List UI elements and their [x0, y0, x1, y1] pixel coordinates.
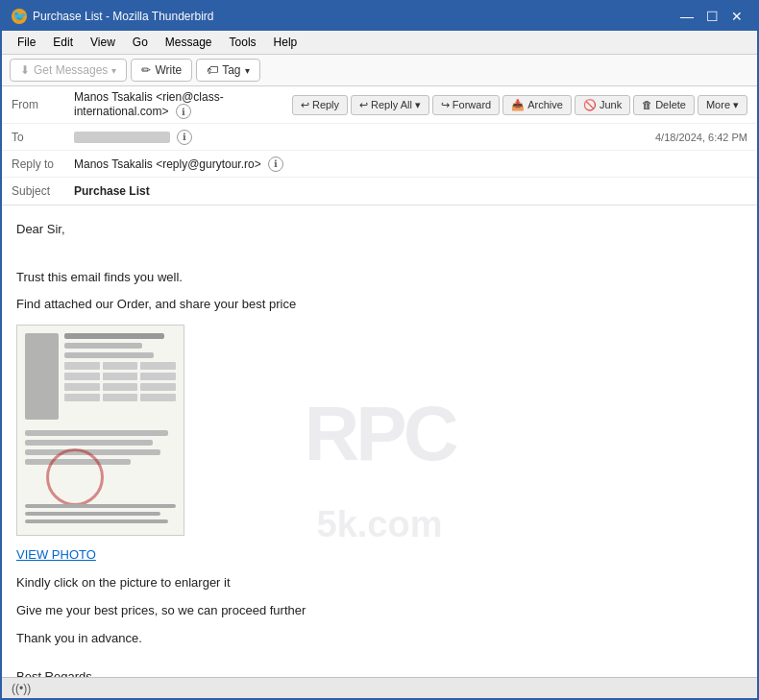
get-messages-arrow: ▾: [111, 65, 116, 76]
window-title: Purchase List - Mozilla Thunderbird: [33, 10, 214, 23]
body-line4: Give me your best prices, so we can proc…: [16, 601, 743, 621]
attachment-preview[interactable]: [16, 325, 184, 536]
menu-go[interactable]: Go: [125, 33, 156, 52]
close-button[interactable]: ✕: [726, 6, 747, 27]
reply-icon: ↩: [301, 99, 309, 111]
status-bar: ((•)): [2, 677, 757, 698]
junk-icon: 🚫: [583, 99, 597, 111]
reply-to-contact-icon[interactable]: ℹ: [268, 157, 283, 172]
more-button[interactable]: More ▾: [698, 95, 747, 115]
email-body: RPC 5k.com Dear Sir, Trust this email fi…: [2, 205, 757, 677]
subject-label: Subject: [12, 184, 74, 198]
doc-stamp: [46, 448, 104, 506]
doc-table-row-2: [64, 373, 176, 380]
email-action-buttons: ↩ Reply ↩ Reply All ▾ ↪ Forward 📥 Archiv…: [292, 95, 747, 115]
reply-all-button[interactable]: ↩ Reply All ▾: [351, 95, 429, 115]
delete-button[interactable]: 🗑 Delete: [633, 95, 695, 115]
get-messages-button[interactable]: ⬇ Get Messages ▾: [10, 59, 127, 82]
subject-value: Purchase List: [74, 184, 747, 198]
from-contact-icon[interactable]: ℹ: [176, 104, 191, 119]
app-icon: 🐦: [12, 9, 27, 24]
title-bar: 🐦 Purchase List - Mozilla Thunderbird — …: [2, 2, 757, 31]
menu-message[interactable]: Message: [158, 33, 220, 52]
write-icon: ✏: [141, 63, 151, 77]
sign-off: Best Regards,: [16, 667, 743, 677]
minimize-button[interactable]: —: [676, 6, 698, 27]
to-label: To: [12, 131, 74, 144]
toolbar: ⬇ Get Messages ▾ ✏ Write 🏷 Tag ▾: [2, 55, 757, 86]
to-row: To ℹ 4/18/2024, 6:42 PM: [2, 124, 757, 151]
reply-to-row: Reply to Manos Tsakalis <reply@gurytour.…: [2, 151, 757, 178]
menu-file[interactable]: File: [10, 33, 43, 52]
main-window: 🐦 Purchase List - Mozilla Thunderbird — …: [0, 0, 759, 700]
junk-button[interactable]: 🚫 Junk: [575, 95, 630, 115]
greeting: Dear Sir,: [16, 220, 743, 240]
forward-button[interactable]: ↪ Forward: [432, 95, 500, 115]
get-messages-icon: ⬇: [20, 63, 30, 77]
doc-line-4: [25, 430, 168, 436]
doc-line-1: [64, 333, 164, 339]
body-line2: Find attached our Order, and share your …: [16, 295, 743, 315]
title-bar-controls: — ☐ ✕: [676, 6, 747, 27]
to-contact-icon[interactable]: ℹ: [177, 130, 192, 145]
archive-icon: 📥: [511, 99, 525, 111]
to-value: ℹ: [74, 130, 655, 145]
to-email-blurred: [74, 132, 170, 143]
doc-line-5: [25, 440, 153, 446]
menu-view[interactable]: View: [83, 33, 123, 52]
doc-lines-area: [64, 333, 176, 424]
reply-all-icon: ↩: [359, 99, 368, 111]
wifi-icon: ((•)): [12, 682, 31, 695]
subject-row: Subject Purchase List: [2, 178, 757, 205]
email-header: From Manos Tsakalis <rien@class-internat…: [2, 86, 757, 205]
email-content: Dear Sir, Trust this email finds you wel…: [16, 220, 743, 677]
tag-arrow: ▾: [245, 65, 250, 76]
from-row: From Manos Tsakalis <rien@class-internat…: [2, 86, 757, 124]
doc-line-2: [64, 343, 142, 349]
reply-all-arrow: ▾: [415, 99, 421, 111]
tag-icon: 🏷: [207, 63, 218, 77]
forward-icon: ↪: [441, 99, 450, 111]
write-button[interactable]: ✏ Write: [131, 59, 192, 82]
menu-bar: File Edit View Go Message Tools Help: [2, 31, 757, 55]
reply-to-value: Manos Tsakalis <reply@gurytour.ro> ℹ: [74, 157, 747, 172]
reply-to-label: Reply to: [12, 157, 74, 171]
body-line5: Thank you in advance.: [16, 629, 743, 649]
menu-tools[interactable]: Tools: [222, 33, 264, 52]
doc-footer-lines: [25, 504, 176, 527]
tag-button[interactable]: 🏷 Tag ▾: [196, 59, 259, 82]
delete-icon: 🗑: [642, 99, 652, 110]
doc-preview-content: [17, 326, 184, 535]
from-value: Manos Tsakalis <rien@class-international…: [74, 90, 292, 119]
doc-image-left: [25, 333, 59, 420]
archive-button[interactable]: 📥 Archive: [502, 95, 572, 115]
doc-table-row-3: [64, 383, 176, 391]
title-bar-left: 🐦 Purchase List - Mozilla Thunderbird: [12, 9, 214, 24]
doc-line-3: [64, 352, 154, 358]
menu-help[interactable]: Help: [266, 33, 306, 52]
reply-button[interactable]: ↩ Reply: [292, 95, 348, 115]
more-arrow: ▾: [733, 99, 739, 111]
doc-table-row-1: [64, 362, 176, 370]
email-timestamp: 4/18/2024, 6:42 PM: [655, 132, 747, 143]
signature: Best Regards, Manos Tsakalis P & C Manag…: [16, 667, 743, 677]
menu-edit[interactable]: Edit: [45, 33, 81, 52]
body-line3: Kindly click on the picture to enlarger …: [16, 573, 743, 593]
maximize-button[interactable]: ☐: [701, 6, 722, 27]
from-label: From: [12, 98, 74, 111]
body-line1: Trust this email finds you well.: [16, 268, 743, 288]
doc-table-row-4: [64, 394, 176, 401]
view-photo-link[interactable]: VIEW PHOTO: [16, 545, 743, 566]
